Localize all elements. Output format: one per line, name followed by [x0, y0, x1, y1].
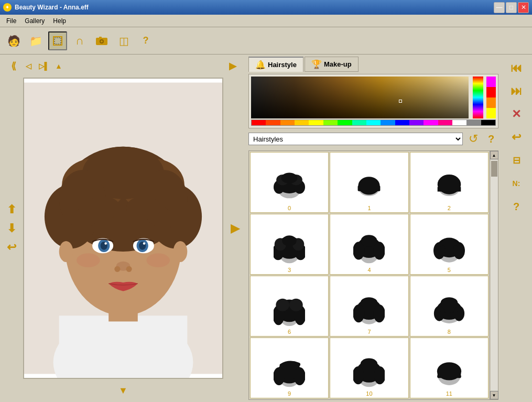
compare-button[interactable]: ⊟	[507, 151, 526, 170]
scroll-thumb[interactable]	[491, 161, 497, 177]
open-tool-button[interactable]: 📁	[26, 31, 45, 50]
svg-point-35	[59, 241, 73, 262]
svg-point-29	[143, 242, 145, 244]
hairstyle-8[interactable]: 8	[410, 276, 488, 336]
swatch-bv[interactable]	[409, 120, 424, 125]
next-button[interactable]: ▷▌	[37, 59, 51, 73]
first-frame-button[interactable]: ⏮	[507, 59, 526, 78]
svg-point-20	[85, 196, 121, 219]
swatch-w[interactable]	[452, 120, 466, 125]
rewind-button[interactable]: ⟪	[6, 59, 21, 73]
color-gradient-container[interactable]	[251, 77, 469, 118]
close-x-button[interactable]: ✕	[507, 105, 526, 124]
swatch-yellow[interactable]	[486, 108, 496, 118]
layers-tool-button[interactable]: ◫	[114, 31, 133, 50]
face-tool-button[interactable]: 🧑	[4, 31, 23, 50]
swatch-orange[interactable]	[486, 97, 496, 108]
tab-makeup[interactable]: 🏆 Make-up	[305, 57, 359, 72]
color-spectrum-row	[251, 119, 496, 126]
menu-help[interactable]: Help	[49, 16, 70, 26]
makeup-tab-label: Make-up	[324, 60, 352, 68]
scroll-up-button[interactable]: ▲	[490, 151, 498, 159]
close-button[interactable]: ✕	[518, 2, 529, 13]
hairstyle-7[interactable]: 7	[330, 276, 408, 336]
scroll-down-button[interactable]: ▼	[490, 391, 498, 399]
category-select[interactable]: Hairstyles Short Medium Long Curly	[248, 133, 463, 145]
swatch-magenta[interactable]	[486, 77, 496, 87]
swatch-vr[interactable]	[438, 120, 452, 125]
hair-number-1: 1	[367, 205, 371, 211]
help-button[interactable]: ?	[484, 132, 498, 146]
hairstyle-4[interactable]: 4	[330, 214, 408, 275]
nav-arrows-bottom: ▼	[2, 381, 244, 400]
hair-svg-6	[274, 294, 305, 328]
hairstyle-0[interactable]: 0	[250, 152, 329, 213]
help-tool-button[interactable]: ?	[136, 31, 155, 50]
svg-point-32	[126, 266, 132, 272]
svg-point-70	[276, 299, 289, 311]
color-selector[interactable]	[399, 100, 402, 103]
swatch-black[interactable]	[481, 120, 495, 125]
swatch-c[interactable]	[366, 120, 381, 125]
swatch-yg[interactable]	[323, 120, 338, 125]
left-nav-down[interactable]: ⬇	[4, 221, 19, 236]
farright-help-button[interactable]: ?	[507, 197, 526, 216]
top-right-arrow[interactable]: ▶	[225, 59, 240, 73]
hair-number-5: 5	[448, 267, 451, 273]
makeup-tab-icon: 🏆	[311, 59, 322, 69]
swatch-gc[interactable]	[352, 120, 366, 125]
mask-tool-button[interactable]: ∩	[70, 31, 89, 50]
bottom-arrow[interactable]: ▼	[116, 383, 131, 398]
hairstyle-2[interactable]: 2	[410, 152, 488, 213]
swatch-gray[interactable]	[466, 120, 481, 125]
numberstyle-button[interactable]: N:	[507, 174, 526, 193]
menu-bar: File Gallery Help	[0, 15, 532, 27]
minimize-button[interactable]: —	[494, 2, 505, 13]
left-nav-up[interactable]: ⬆	[4, 202, 19, 217]
swatch-o[interactable]	[280, 120, 295, 125]
hairstyle-11[interactable]: 11	[410, 338, 488, 398]
color-gradient[interactable]	[251, 77, 469, 118]
hairstyle-tab-icon: 🔔	[255, 60, 266, 70]
right-arrow[interactable]: ▶	[227, 221, 242, 236]
swatch-v[interactable]	[424, 120, 438, 125]
swatch-ro[interactable]	[266, 120, 280, 125]
hairstyle-1[interactable]: 1	[330, 152, 408, 213]
next-frame-button[interactable]: ⏭	[507, 82, 526, 101]
hairstyle-10[interactable]: 10	[330, 338, 408, 398]
crop-tool-button[interactable]	[48, 31, 67, 50]
window-controls: — □ ✕	[494, 2, 529, 13]
left-nav-rotate[interactable]: ↩	[4, 240, 19, 255]
hue-bar[interactable]	[473, 77, 483, 118]
hair-number-7: 7	[367, 329, 371, 335]
swatch-oy[interactable]	[295, 120, 309, 125]
toolbar: 🧑 📁 ∩ ◫ ?	[0, 27, 532, 55]
hair-number-6: 6	[288, 329, 291, 335]
swatch-cb[interactable]	[381, 120, 395, 125]
menu-gallery[interactable]: Gallery	[20, 16, 49, 26]
swatch-r[interactable]	[252, 120, 266, 125]
undo-button[interactable]: ↩	[507, 128, 526, 147]
up-button[interactable]: ▲	[51, 59, 66, 73]
tab-hairstyle[interactable]: 🔔 Hairstyle	[248, 57, 303, 72]
swatch-red[interactable]	[486, 87, 496, 97]
hairstyle-6[interactable]: 6	[250, 276, 329, 336]
menu-file[interactable]: File	[2, 16, 20, 26]
hairstyle-9[interactable]: 9	[250, 338, 329, 398]
hairstyle-5[interactable]: 5	[410, 214, 488, 275]
hair-svg-7	[353, 294, 385, 328]
refresh-button[interactable]: ↺	[466, 132, 481, 146]
svg-point-85	[294, 367, 305, 385]
maximize-button[interactable]: □	[506, 2, 517, 13]
prev-button[interactable]: ◁	[21, 59, 36, 73]
swatch-b[interactable]	[395, 120, 409, 125]
svg-point-31	[114, 266, 120, 272]
window-title: Beauty Wizard - Anna.eff	[15, 4, 89, 11]
swatch-g[interactable]	[338, 120, 352, 125]
left-arrows: ⬆ ⬇ ↩	[2, 75, 21, 381]
scroll-track[interactable]	[491, 160, 498, 390]
camera-tool-button[interactable]	[92, 31, 111, 50]
hairstyle-3[interactable]: 3	[250, 214, 329, 275]
svg-rect-5	[99, 37, 102, 38]
swatch-y[interactable]	[309, 120, 323, 125]
